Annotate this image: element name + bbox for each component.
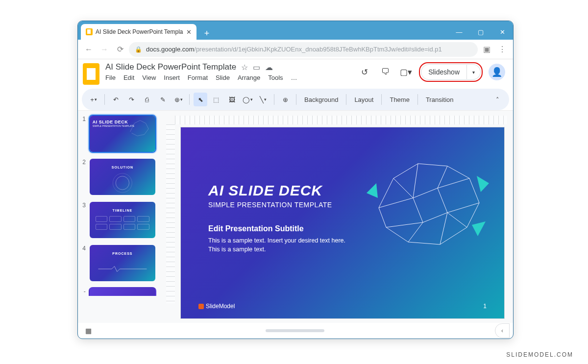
thumb-number: - — [81, 287, 86, 295]
menu-format[interactable]: Format — [188, 74, 208, 81]
slides-logo[interactable] — [83, 63, 99, 85]
nav-fwd-icon[interactable]: → — [98, 43, 111, 56]
browser-menu-icon[interactable]: ⋮ — [495, 43, 509, 56]
browser-tab[interactable]: AI Slide Deck PowerPoint Templa ✕ — [81, 24, 196, 40]
select-tool[interactable]: ⬉ — [194, 93, 207, 106]
menu-view[interactable]: View — [142, 74, 156, 81]
slideshow-highlight: Slideshow ▾ — [419, 62, 483, 82]
menu-tools[interactable]: Tools — [268, 74, 283, 81]
svg-marker-4 — [472, 221, 486, 236]
svg-line-5 — [379, 178, 393, 208]
menubar: File Edit View Insert Format Slide Arran… — [105, 74, 351, 81]
brain-icon — [124, 118, 153, 140]
browser-window: AI Slide Deck PowerPoint Templa ✕ + — ▢ … — [77, 21, 514, 339]
brand-mark-icon — [198, 304, 204, 309]
cloud-status-icon[interactable]: ☁ — [265, 63, 273, 72]
add-comment-button[interactable]: ⊕ — [278, 93, 292, 106]
thumb-title: SOLUTION — [93, 166, 152, 169]
nav-back-icon[interactable]: ← — [82, 43, 96, 56]
slide-subtitle[interactable]: SIMPLE PRESENTATION TEMPLATE — [208, 201, 332, 209]
svg-line-24 — [379, 198, 413, 208]
svg-point-0 — [116, 176, 129, 190]
undo-button[interactable]: ↶ — [109, 93, 122, 106]
svg-line-22 — [408, 222, 423, 242]
new-slide-button[interactable]: + — [87, 93, 100, 106]
ruler-vertical[interactable] — [166, 124, 175, 303]
tab-close-icon[interactable]: ✕ — [186, 28, 192, 36]
line-tool[interactable]: ╲ — [256, 93, 270, 106]
process-graphic-icon — [96, 258, 149, 280]
svg-line-19 — [413, 198, 423, 222]
horizontal-scrollbar[interactable] — [266, 329, 324, 332]
share-button[interactable]: 👤 — [489, 64, 505, 80]
slide-body[interactable]: This is a sample text. Insert your desir… — [208, 236, 345, 254]
svg-line-13 — [386, 227, 408, 242]
ruler-horizontal[interactable] — [175, 116, 507, 124]
meet-icon[interactable]: ▢▾ — [398, 65, 413, 79]
theme-button[interactable]: Theme — [386, 96, 413, 103]
svg-line-6 — [393, 164, 418, 178]
separator — [417, 94, 418, 105]
svg-line-27 — [413, 164, 418, 198]
menu-arrange[interactable]: Arrange — [238, 74, 260, 81]
url-path: /presentation/d/1ejGbkinJKpkZUOEnx_dnoab… — [194, 46, 442, 53]
collapse-toolbar-icon[interactable]: ˄ — [490, 93, 504, 106]
menu-edit[interactable]: Edit — [123, 74, 134, 81]
slide-canvas[interactable]: AI SLIDE DECK SIMPLE PRESENTATION TEMPLA… — [181, 127, 504, 318]
version-history-icon[interactable]: ↺ — [357, 65, 372, 79]
address-bar[interactable]: 🔒 docs.google.com/presentation/d/1ejGbki… — [129, 42, 478, 57]
explore-button[interactable]: ‹ — [495, 323, 510, 338]
thumb-number: 3 — [81, 201, 86, 209]
background-button[interactable]: Background — [300, 96, 342, 103]
paint-format-button[interactable]: ✎ — [156, 93, 170, 106]
transition-button[interactable]: Transition — [422, 96, 458, 103]
grid-view-icon[interactable]: ▦ — [82, 324, 95, 337]
svg-line-26 — [438, 188, 447, 213]
layout-button[interactable]: Layout — [350, 96, 377, 103]
comments-icon[interactable]: 🗨 — [378, 65, 392, 79]
solution-graphic-icon — [98, 171, 147, 195]
shape-tool[interactable]: ◯ — [241, 93, 254, 106]
print-button[interactable]: ⎙ — [140, 93, 154, 106]
person-add-icon: 👤 — [491, 67, 502, 77]
thumbnail-panel[interactable]: 1 AI SLIDE DECK SIMPLE PRESENTATION TEMP… — [78, 111, 161, 323]
slideshow-dropdown[interactable]: ▾ — [467, 64, 481, 80]
slideshow-button[interactable]: Slideshow — [421, 64, 467, 80]
slide-title[interactable]: AI SLIDE DECK — [208, 182, 322, 199]
slide-thumbnail-1[interactable]: AI SLIDE DECK SIMPLE PRESENTATION TEMPLA… — [89, 115, 156, 153]
window-close-button[interactable]: ✕ — [491, 24, 513, 40]
toolbar: + ↶ ↷ ⎙ ✎ ⊕ ⬉ ⬚ 🖼 ◯ ╲ ⊕ Background Layou… — [82, 89, 509, 110]
svg-line-20 — [423, 213, 447, 222]
slide-heading[interactable]: Edit Presentation Subtitle — [208, 224, 304, 233]
lock-icon: 🔒 — [135, 46, 142, 53]
redo-button[interactable]: ↷ — [124, 93, 138, 106]
menu-insert[interactable]: Insert — [164, 74, 180, 81]
svg-line-8 — [447, 166, 469, 178]
editor: 1 AI SLIDE DECK SIMPLE PRESENTATION TEMP… — [78, 110, 513, 323]
slide-thumbnail-4[interactable]: PROCESS — [89, 244, 156, 282]
textbox-tool[interactable]: ⬚ — [209, 93, 223, 106]
attribution-text: SLIDEMODEL.COM — [506, 351, 573, 358]
titlebar: AI Slide Deck PowerPoint Templa ✕ + — ▢ … — [78, 21, 513, 40]
doc-title[interactable]: AI Slide Deck PowerPoint Template — [105, 62, 236, 72]
maximize-button[interactable]: ▢ — [470, 24, 491, 40]
svg-line-28 — [447, 213, 467, 227]
slide-thumbnail-5-partial[interactable] — [89, 287, 156, 296]
image-tool[interactable]: 🖼 — [225, 93, 239, 106]
slide-thumbnail-2[interactable]: SOLUTION — [89, 158, 156, 196]
menu-slide[interactable]: Slide — [216, 74, 230, 81]
timeline-graphic-icon — [96, 216, 149, 230]
canvas-area: AI SLIDE DECK SIMPLE PRESENTATION TEMPLA… — [161, 111, 513, 323]
menu-file[interactable]: File — [105, 74, 116, 81]
svg-line-9 — [469, 178, 479, 203]
minimize-button[interactable]: — — [448, 24, 470, 40]
slide-thumbnail-3[interactable]: TIMELINE — [89, 201, 156, 239]
move-icon[interactable]: ▭ — [253, 63, 260, 72]
menu-more[interactable]: … — [291, 74, 297, 81]
install-app-icon[interactable]: ▣ — [480, 43, 493, 56]
url-host: docs.google.com — [146, 46, 194, 53]
zoom-button[interactable]: ⊕ — [172, 93, 185, 106]
star-icon[interactable]: ☆ — [241, 63, 248, 72]
reload-icon[interactable]: ⟳ — [113, 43, 127, 56]
new-tab-button[interactable]: + — [200, 27, 213, 40]
